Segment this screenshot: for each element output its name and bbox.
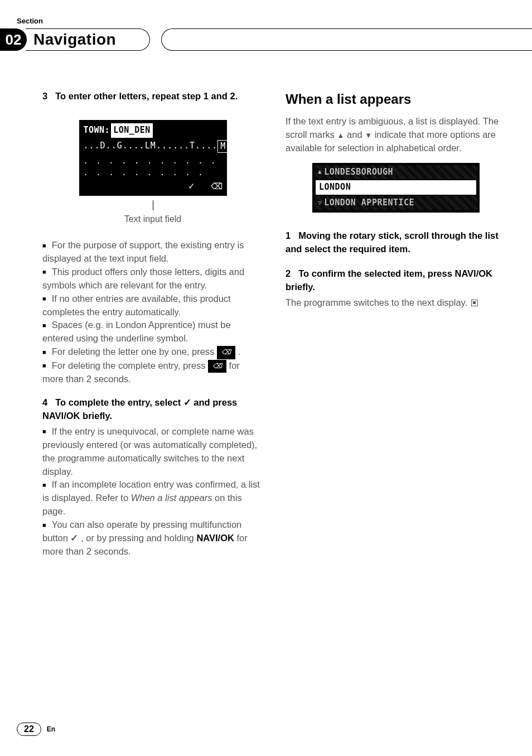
check-icon: ✓ <box>183 396 191 410</box>
list-row-prev: ▲LONDESBOROUGH <box>315 165 477 180</box>
bullet-text: For deleting the letter one by one, pres… <box>52 346 215 357</box>
section-label: Section <box>17 17 532 25</box>
right-step2: 2To confirm the selected item, press NAV… <box>286 267 506 294</box>
list-item-text: LONDON <box>319 181 351 194</box>
up-triangle-icon: ▲ <box>337 131 345 139</box>
bullet: ■Spaces (e.g. in London Apprentice) must… <box>42 319 263 345</box>
page-number: 22 <box>17 723 41 736</box>
check-icon: ✓ <box>70 532 78 545</box>
screen-row-dots: . . . . . . . . . . . . . . . . . . . . … <box>81 154 225 179</box>
bullet: ■If no other entries are available, this… <box>42 292 263 319</box>
para-text-b: and <box>344 129 365 139</box>
list-heading: When a list appears <box>286 90 506 109</box>
bullet: ■For deleting the letter one by one, pre… <box>42 345 263 359</box>
list-row-next: ▽LONDON APPRENTICE <box>315 196 477 210</box>
screen-caption: Text input field <box>42 213 263 225</box>
eraser-icon: ⌫ <box>211 180 223 192</box>
step3-text: To enter other letters, repeat step 1 an… <box>55 91 238 101</box>
screen-row-actions: ✓ ⌫ <box>81 179 225 194</box>
right-step2-para-text: The programme switches to the next displ… <box>286 297 467 307</box>
tab-title-wrap: Navigation <box>26 28 150 51</box>
pointer-line <box>153 200 153 210</box>
bullet-text: If no other entries are available, this … <box>42 293 231 317</box>
down-triangle-icon: ▽ <box>318 199 322 208</box>
bullet-text: If the entry is unequivocal, or complete… <box>42 426 257 476</box>
bullet: ■If an incomplete location entry was con… <box>42 478 263 518</box>
tab-right-decor <box>161 28 532 51</box>
right-step2-num: 2 <box>286 268 291 278</box>
check-icon: ✓ <box>188 180 195 192</box>
section-number-badge: 02 <box>0 28 27 51</box>
eraser-icon: ⌫ <box>208 360 226 373</box>
text-entry-screen: TOWN: LON_DEN ...D..G....LM......T.... M… <box>79 120 227 196</box>
end-of-section-icon <box>471 300 478 306</box>
screen-letters: ...D..G....LM......T.... <box>84 140 218 153</box>
right-step1-num: 1 <box>286 230 291 240</box>
screen-town-label: TOWN: <box>84 124 110 137</box>
right-step1-text: Moving the rotary stick, scroll through … <box>286 230 499 254</box>
bullet: ■For deleting the complete entry, press … <box>42 359 263 386</box>
screen-town-value: LON_DEN <box>111 123 153 138</box>
eraser-icon: ⌫ <box>217 346 235 359</box>
bullet: ■You can also operate by pressing multif… <box>42 518 263 558</box>
bullet-text: This product offers only those letters, … <box>42 267 244 290</box>
screen-m-box: M <box>217 140 229 153</box>
list-row-selected: LONDON <box>315 179 477 196</box>
right-column: When a list appears If the text entry is… <box>286 90 506 558</box>
up-triangle-icon: ▲ <box>318 167 322 176</box>
bullet: ■This product offers only those letters,… <box>42 266 263 292</box>
list-item-text: LONDON APPRENTICE <box>324 197 414 209</box>
page-header: 02 Navigation <box>0 28 532 51</box>
page-footer: 22 En <box>17 723 55 736</box>
screen-row-letters: ...D..G....LM......T.... M <box>81 139 225 155</box>
right-step2-para: The programme switches to the next displ… <box>286 296 506 310</box>
step3-title: 3To enter other letters, repeat step 1 a… <box>42 90 263 103</box>
page-title: Navigation <box>33 31 116 49</box>
bullet-text: For the purpose of support, the existing… <box>42 240 244 263</box>
step4-text-a: To complete the entry, select <box>55 397 181 407</box>
list-intro-para: If the text entry is ambiguous, a list i… <box>286 115 506 155</box>
list-item-text: LONDESBOROUGH <box>324 166 393 179</box>
tab-left: 02 Navigation <box>0 28 150 51</box>
naviok-label: NAVI/OK <box>196 533 234 543</box>
bullet-ref: When a list appears <box>131 493 212 503</box>
screen-row-town: TOWN: LON_DEN <box>81 122 225 139</box>
step3-number: 3 <box>42 91 47 101</box>
step4-number: 4 <box>42 397 47 407</box>
bullet-text-cont: , or by pressing and holding <box>81 533 194 543</box>
step3-bullets: ■For the purpose of support, the existin… <box>42 239 263 386</box>
right-step2-text: To confirm the selected item, press NAVI… <box>286 268 492 292</box>
step4-title: 4To complete the entry, select ✓ and pre… <box>42 396 263 423</box>
bullet: ■If the entry is unequivocal, or complet… <box>42 425 263 479</box>
bullet-text: For deleting the complete entry, press <box>52 360 206 370</box>
bullet-text: Spaces (e.g. in London Apprentice) must … <box>42 320 231 343</box>
left-column: 3To enter other letters, repeat step 1 a… <box>42 90 263 558</box>
bullet: ■For the purpose of support, the existin… <box>42 239 263 266</box>
list-screen: ▲LONDESBOROUGH LONDON ▽LONDON APPRENTICE <box>312 163 480 213</box>
down-triangle-icon: ▼ <box>365 131 372 139</box>
step4-bullets: ■If the entry is unequivocal, or complet… <box>42 425 263 558</box>
language-label: En <box>47 725 55 733</box>
right-step1: 1Moving the rotary stick, scroll through… <box>286 229 506 256</box>
